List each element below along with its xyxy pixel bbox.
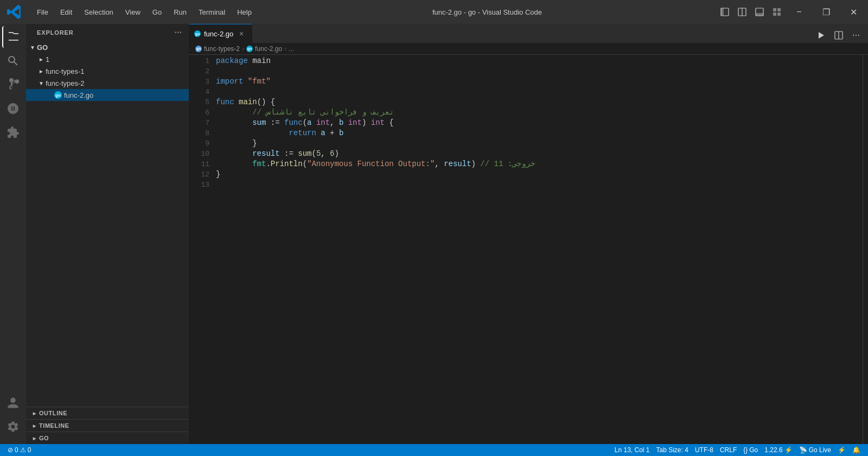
main-area: EXPLORER ⋯ ▼ GO ► 1 ► func-types-1 ▼ fun…	[0, 24, 868, 444]
go-file-icon: go	[54, 91, 62, 99]
tree-item-func-types-2[interactable]: ▼ func-types-2	[26, 77, 189, 89]
status-errors[interactable]: ⊘ 0 ⚠ 0	[4, 444, 34, 456]
tree-item-1[interactable]: ► 1	[26, 53, 189, 65]
menu-run[interactable]: Run	[168, 6, 192, 18]
menu-go[interactable]: Go	[147, 6, 167, 18]
status-tab-size[interactable]: Tab Size: 4	[653, 444, 692, 456]
search-icon[interactable]	[2, 50, 24, 72]
code-line-1[interactable]: package main	[216, 56, 863, 66]
code-line-8[interactable]: return a + b	[216, 128, 863, 138]
code-line-11[interactable]: fmt.Println("Anonymous Function Output:"…	[216, 159, 863, 169]
code-line-2[interactable]	[216, 66, 863, 77]
line-numbers: 12345678910111213	[189, 55, 216, 444]
source-control-icon[interactable]	[2, 74, 24, 96]
token	[216, 128, 289, 138]
toggle-editor-layout-btn[interactable]	[735, 4, 750, 20]
go-panel: ► GO	[26, 432, 189, 444]
tab-label: func-2.go	[204, 30, 233, 38]
code-line-10[interactable]: result := sum(5, 6)	[216, 149, 863, 159]
breadcrumb-sep-2: ›	[284, 45, 286, 53]
run-button[interactable]	[814, 28, 829, 43]
menu-selection[interactable]: Selection	[79, 6, 118, 18]
status-remote[interactable]: ⚡	[834, 444, 849, 456]
go-panel-header[interactable]: ► GO	[26, 432, 189, 444]
code-content[interactable]: package main import "fmt" func main() { …	[216, 55, 863, 444]
tabs-right-actions: ⋯	[814, 28, 868, 43]
code-line-5[interactable]: func main() {	[216, 97, 863, 107]
restore-button[interactable]: ❐	[814, 0, 839, 24]
run-debug-icon[interactable]	[2, 98, 24, 119]
menu-terminal[interactable]: Terminal	[193, 6, 231, 18]
line-number-4: 4	[189, 87, 209, 97]
toggle-primary-sidebar-btn[interactable]	[717, 4, 732, 20]
go-panel-arrow: ►	[30, 435, 39, 441]
status-line-ending[interactable]: CRLF	[717, 444, 740, 456]
tree-label-func-2-go: func-2.go	[64, 91, 93, 99]
token: Println	[271, 159, 303, 169]
line-number-12: 12	[189, 169, 209, 180]
activity-bar	[0, 24, 26, 444]
status-language[interactable]: {} Go	[740, 444, 761, 456]
settings-icon[interactable]	[2, 416, 24, 438]
status-bell[interactable]: 🔔	[849, 444, 864, 456]
token: .	[266, 159, 270, 169]
code-line-9[interactable]: }	[216, 138, 863, 149]
minimize-button[interactable]: −	[787, 0, 812, 24]
file-tree: ▼ GO ► 1 ► func-types-1 ▼ func-types-2 g…	[26, 41, 189, 407]
svg-rect-6	[773, 8, 776, 11]
token: (	[311, 149, 316, 159]
explorer-icon[interactable]	[2, 26, 24, 48]
status-go-live[interactable]: 📡 Go Live	[796, 444, 834, 456]
token: {	[385, 118, 394, 128]
status-position[interactable]: Ln 13, Col 1	[611, 444, 653, 456]
extensions-icon[interactable]	[2, 122, 24, 143]
sidebar-more-icon[interactable]: ⋯	[174, 28, 182, 37]
token: a	[307, 118, 311, 128]
token: a	[321, 128, 325, 138]
token: +	[326, 128, 339, 138]
close-button[interactable]: ✕	[841, 0, 866, 24]
svg-rect-9	[777, 12, 781, 16]
tree-label-go: GO	[37, 43, 48, 52]
token: () {	[257, 97, 276, 107]
accounts-icon[interactable]	[2, 392, 24, 414]
menu-view[interactable]: View	[120, 6, 146, 18]
code-line-13[interactable]	[216, 180, 863, 190]
token: }	[216, 169, 220, 180]
bell-icon: 🔔	[852, 446, 860, 454]
outline-panel-header[interactable]: ► OUTLINE	[26, 407, 189, 419]
code-line-7[interactable]: sum := func(a int, b int) int {	[216, 118, 863, 128]
tab-func-2-go[interactable]: go func-2.go ×	[189, 24, 252, 43]
code-line-6[interactable]: // تعریف و فراخوانی تابع ناشناس	[216, 107, 863, 118]
code-line-4[interactable]	[216, 87, 863, 97]
tree-item-func-2-go[interactable]: go func-2.go	[26, 89, 189, 101]
menu-file[interactable]: File	[31, 6, 54, 18]
tree-item-func-types-1[interactable]: ► func-types-1	[26, 65, 189, 77]
menu-edit[interactable]: Edit	[55, 6, 78, 18]
token: // تعریف و فراخوانی تابع ناشناس	[216, 107, 394, 118]
customize-layout-btn[interactable]	[769, 4, 784, 20]
breadcrumb-folder[interactable]: func-types-2	[204, 45, 240, 53]
code-line-12[interactable]: }	[216, 169, 863, 180]
token	[216, 159, 252, 169]
split-editor-button[interactable]	[831, 28, 846, 43]
warning-icon: ⚠	[20, 446, 26, 454]
breadcrumb-sep-1: ›	[242, 45, 244, 53]
token: result	[252, 149, 279, 159]
more-actions-button[interactable]: ⋯	[848, 28, 864, 43]
token: return	[289, 128, 316, 138]
status-encoding[interactable]: UTF-8	[692, 444, 717, 456]
code-line-3[interactable]: import "fmt"	[216, 77, 863, 87]
menu-help[interactable]: Help	[232, 6, 257, 18]
breadcrumb-symbol[interactable]: ...	[289, 45, 294, 53]
line-number-5: 5	[189, 97, 209, 107]
token: :=	[266, 118, 284, 128]
status-go-version[interactable]: 1.22.6 ⚡	[761, 444, 795, 456]
token: )	[335, 149, 339, 159]
breadcrumb-file[interactable]: func-2.go	[255, 45, 282, 53]
tree-item-go-root[interactable]: ▼ GO	[26, 41, 189, 53]
toggle-panel-btn[interactable]	[752, 4, 767, 20]
tab-close-btn[interactable]: ×	[237, 29, 246, 39]
timeline-panel-header[interactable]: ► TIMELINE	[26, 420, 189, 432]
minimap	[863, 55, 868, 444]
